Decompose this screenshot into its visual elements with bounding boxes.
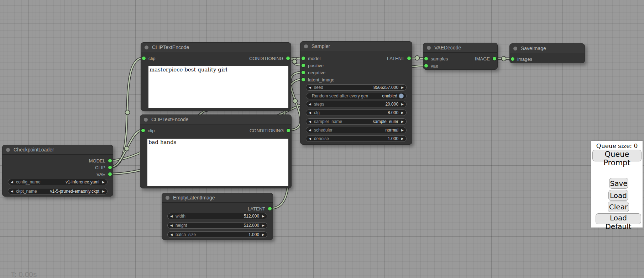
input-slot-dot[interactable]: [302, 64, 305, 67]
decrement-arrow-icon[interactable]: ◀: [309, 86, 311, 89]
increment-arrow-icon[interactable]: ▶: [102, 190, 105, 193]
queue-prompt-button[interactable]: Queue Prompt: [592, 150, 642, 161]
widget-height[interactable]: ◀ height 512.000 ▶: [167, 222, 267, 229]
input-slot-dot[interactable]: [511, 57, 514, 61]
output-slot-dot[interactable]: [287, 129, 290, 132]
clear-button[interactable]: Clear: [608, 202, 629, 212]
load-button[interactable]: Load: [608, 190, 628, 201]
decrement-arrow-icon[interactable]: ◀: [11, 181, 13, 184]
widget-random-seed-toggle[interactable]: Random seed after every gen enabled: [306, 93, 407, 99]
node-title-bar[interactable]: VAEDecode: [423, 43, 497, 53]
node-title-bar[interactable]: CheckpointLoader: [2, 145, 113, 155]
node-title-bar[interactable]: SaveImage: [510, 44, 585, 53]
input-slot-dot[interactable]: [302, 78, 305, 81]
node-title-bar[interactable]: CLIPTextEncode: [141, 43, 291, 52]
output-slot-dot[interactable]: [108, 172, 112, 176]
increment-arrow-icon[interactable]: ▶: [102, 181, 105, 184]
node-title-bar[interactable]: CLIPTextEncode: [140, 115, 291, 124]
decrement-arrow-icon[interactable]: ◀: [11, 190, 13, 193]
widget-width[interactable]: ◀ width 512.000 ▶: [167, 213, 267, 219]
input-slot-dot[interactable]: [424, 64, 428, 68]
widget-label: width: [176, 214, 185, 219]
node-clip-text-encode-positive[interactable]: CLIPTextEncode clip CONDITIONING masterp…: [141, 42, 291, 111]
increment-arrow-icon[interactable]: ▶: [262, 215, 265, 218]
input-slot-dot[interactable]: [424, 57, 428, 60]
output-slot-conditioning: CONDITIONING: [249, 55, 290, 62]
widget-label: Random seed after every gen: [312, 93, 368, 98]
toggle-dot-icon[interactable]: [399, 93, 404, 98]
input-slot-dot[interactable]: [302, 57, 305, 60]
node-vae-decode[interactable]: VAEDecode samples vae IMAGE: [423, 43, 498, 70]
increment-arrow-icon[interactable]: ▶: [401, 103, 404, 106]
increment-arrow-icon[interactable]: ▶: [401, 120, 404, 123]
widget-label: batch_size: [176, 232, 196, 237]
output-slot-dot[interactable]: [286, 57, 290, 60]
decrement-arrow-icon[interactable]: ◀: [309, 137, 311, 140]
decrement-arrow-icon[interactable]: ◀: [309, 129, 311, 132]
input-slot-positive: positive: [302, 62, 324, 69]
node-collapse-dot-icon[interactable]: [304, 44, 308, 48]
widget-value: 8.000: [388, 110, 398, 115]
node-clip-text-encode-negative[interactable]: CLIPTextEncode clip CONDITIONING bad han…: [140, 114, 292, 188]
decrement-arrow-icon[interactable]: ◀: [170, 215, 173, 218]
widget-ckpt-name[interactable]: ◀ ckpt_name v1-5-pruned-emaonly.ckpt ▶: [8, 188, 108, 194]
prompt-textarea[interactable]: masterpiece best quality girl: [148, 66, 288, 108]
output-slot-dot[interactable]: [268, 207, 272, 210]
widget-steps[interactable]: ◀ steps 20.000 ▶: [306, 101, 407, 107]
output-slot-vae: VAE: [96, 171, 112, 177]
output-slot-dot[interactable]: [493, 57, 496, 60]
increment-arrow-icon[interactable]: ▶: [262, 224, 265, 227]
node-collapse-dot-icon[interactable]: [145, 46, 148, 49]
widget-value: 1.000: [388, 136, 398, 141]
increment-arrow-icon[interactable]: ▶: [262, 233, 265, 236]
slot-label: IMAGE: [475, 56, 490, 62]
decrement-arrow-icon[interactable]: ◀: [170, 224, 173, 227]
node-sampler[interactable]: Sampler model positive negative latent_i…: [300, 41, 412, 145]
widget-sampler-name[interactable]: ◀ sampler_name sample_euler ▶: [306, 118, 407, 125]
input-slot-clip: clip: [142, 55, 156, 62]
node-title-bar[interactable]: EmptyLatentImage: [162, 193, 273, 203]
node-collapse-dot-icon[interactable]: [144, 118, 148, 122]
widget-seed[interactable]: ◀ seed 8566257.000 ▶: [306, 84, 407, 91]
node-collapse-dot-icon[interactable]: [427, 46, 431, 50]
widget-config-name[interactable]: ◀ config_name v1-inference.yaml ▶: [8, 179, 108, 185]
widget-value: sample_euler: [373, 119, 398, 124]
node-title-bar[interactable]: Sampler: [300, 42, 412, 51]
widget-cfg[interactable]: ◀ cfg 8.000 ▶: [306, 109, 407, 116]
input-slot-dot[interactable]: [141, 129, 145, 132]
increment-arrow-icon[interactable]: ▶: [401, 129, 404, 132]
widget-value: enabled: [382, 93, 397, 98]
graph-canvas[interactable]: T: 0.00s: [0, 0, 644, 278]
slot-label: model: [308, 56, 320, 61]
increment-arrow-icon[interactable]: ▶: [401, 111, 404, 114]
node-collapse-dot-icon[interactable]: [6, 148, 10, 152]
decrement-arrow-icon[interactable]: ◀: [309, 111, 311, 114]
prompt-textarea[interactable]: bad hands: [147, 139, 288, 186]
widget-denoise[interactable]: ◀ denoise 1.000 ▶: [306, 135, 407, 142]
node-title: CLIPTextEncode: [151, 117, 188, 122]
decrement-arrow-icon[interactable]: ◀: [170, 233, 173, 236]
widget-batch-size[interactable]: ◀ batch_size 1.000 ▶: [167, 231, 267, 238]
input-slot-dot[interactable]: [142, 57, 146, 60]
output-slot-dot[interactable]: [407, 57, 411, 60]
slot-label: MODEL: [89, 158, 105, 164]
save-button[interactable]: Save: [609, 178, 628, 189]
output-slot-dot[interactable]: [108, 159, 112, 162]
increment-arrow-icon[interactable]: ▶: [401, 86, 404, 89]
node-collapse-dot-icon[interactable]: [513, 47, 517, 50]
queue-menu-panel: Queue size: 0 Queue Prompt Save Load Cle…: [591, 141, 643, 228]
output-slot-dot[interactable]: [108, 166, 112, 169]
node-save-image[interactable]: SaveImage images: [509, 43, 585, 63]
decrement-arrow-icon[interactable]: ◀: [309, 103, 311, 106]
node-checkpoint-loader[interactable]: CheckpointLoader MODEL CLIP VAE ◀ config…: [2, 145, 113, 197]
node-empty-latent-image[interactable]: EmptyLatentImage LATENT ◀ width 512.000 …: [162, 193, 273, 240]
slot-label: latent_image: [308, 77, 334, 82]
queue-size-label: Queue size: 0: [591, 142, 643, 149]
slot-label: images: [517, 57, 532, 62]
load-default-button[interactable]: Load Default: [596, 213, 641, 224]
decrement-arrow-icon[interactable]: ◀: [309, 120, 311, 123]
input-slot-dot[interactable]: [302, 71, 305, 74]
increment-arrow-icon[interactable]: ▶: [401, 137, 404, 140]
widget-scheduler[interactable]: ◀ scheduler normal ▶: [306, 127, 407, 133]
node-collapse-dot-icon[interactable]: [166, 196, 169, 200]
